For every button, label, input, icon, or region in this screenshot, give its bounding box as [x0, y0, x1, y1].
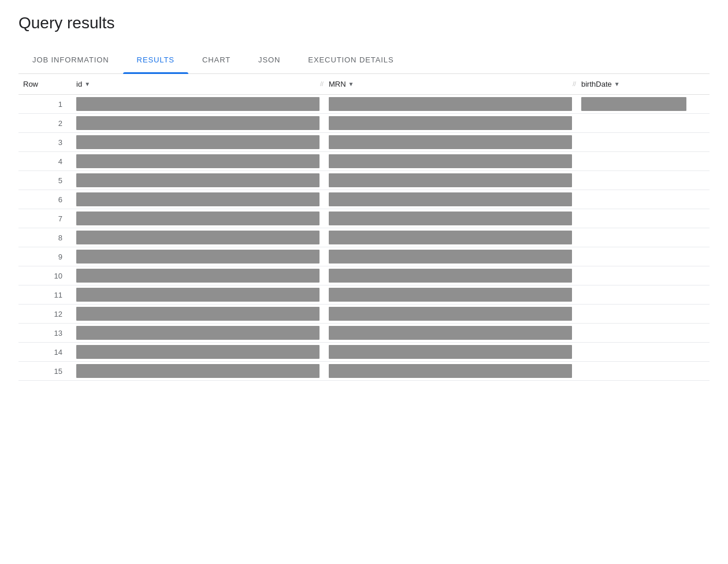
- row-number: 11: [18, 285, 72, 305]
- cell-id: [72, 171, 324, 190]
- row-number: 5: [18, 171, 72, 190]
- row-number: 3: [18, 133, 72, 152]
- table-row: 3: [18, 133, 710, 152]
- cell-mrn: [324, 114, 577, 133]
- table-row: 6: [18, 190, 710, 209]
- cell-mrn: [324, 133, 577, 152]
- col-header-row: Row: [18, 74, 72, 95]
- cell-birthdate: [577, 285, 710, 305]
- col-header-id[interactable]: id ▼ //: [72, 74, 324, 95]
- table-header-row: Row id ▼ // MRN ▼ //: [18, 74, 710, 95]
- cell-id: [72, 266, 324, 285]
- cell-mrn: [324, 362, 577, 381]
- table-row: 12: [18, 305, 710, 324]
- cell-birthdate: [577, 362, 710, 381]
- tab-execution-details[interactable]: EXECUTION DETAILS: [294, 46, 407, 73]
- cell-birthdate: [577, 343, 710, 362]
- col-header-birthdate[interactable]: birthDate ▼: [577, 74, 710, 95]
- row-number: 12: [18, 305, 72, 324]
- row-number: 8: [18, 228, 72, 247]
- cell-birthdate: [577, 133, 710, 152]
- tabs-bar: JOB INFORMATION RESULTS CHART JSON EXECU…: [18, 46, 710, 74]
- row-number: 6: [18, 190, 72, 209]
- cell-birthdate: [577, 324, 710, 343]
- mrn-resize-handle[interactable]: //: [572, 76, 577, 92]
- table-row: 1: [18, 95, 710, 114]
- table-row: 11: [18, 285, 710, 305]
- cell-birthdate: [577, 114, 710, 133]
- birthdate-dropdown-arrow[interactable]: ▼: [614, 81, 620, 87]
- cell-id: [72, 133, 324, 152]
- tab-chart[interactable]: CHART: [188, 46, 244, 73]
- table-row: 2: [18, 114, 710, 133]
- cell-mrn: [324, 95, 577, 114]
- cell-id: [72, 285, 324, 305]
- table-row: 13: [18, 324, 710, 343]
- table-row: 14: [18, 343, 710, 362]
- cell-mrn: [324, 285, 577, 305]
- row-number: 15: [18, 362, 72, 381]
- table-body: 123456789101112131415: [18, 95, 710, 381]
- row-number: 14: [18, 343, 72, 362]
- row-number: 9: [18, 247, 72, 266]
- table-row: 9: [18, 247, 710, 266]
- cell-id: [72, 228, 324, 247]
- cell-id: [72, 247, 324, 266]
- cell-birthdate: [577, 171, 710, 190]
- table-row: 15: [18, 362, 710, 381]
- cell-birthdate: [577, 152, 710, 171]
- col-header-mrn[interactable]: MRN ▼ //: [324, 74, 577, 95]
- tab-json[interactable]: JSON: [244, 46, 294, 73]
- cell-mrn: [324, 247, 577, 266]
- row-number: 10: [18, 266, 72, 285]
- cell-birthdate: [577, 266, 710, 285]
- cell-id: [72, 152, 324, 171]
- cell-mrn: [324, 266, 577, 285]
- tab-job-information[interactable]: JOB INFORMATION: [18, 46, 123, 73]
- cell-mrn: [324, 324, 577, 343]
- cell-id: [72, 209, 324, 228]
- table-row: 5: [18, 171, 710, 190]
- cell-id: [72, 190, 324, 209]
- table-row: 4: [18, 152, 710, 171]
- cell-id: [72, 343, 324, 362]
- results-table-container: Row id ▼ // MRN ▼ //: [18, 74, 710, 381]
- cell-id: [72, 305, 324, 324]
- page-container: Query results JOB INFORMATION RESULTS CH…: [0, 0, 728, 564]
- cell-birthdate: [577, 228, 710, 247]
- cell-birthdate: [577, 247, 710, 266]
- row-number: 7: [18, 209, 72, 228]
- cell-birthdate: [577, 190, 710, 209]
- row-number: 2: [18, 114, 72, 133]
- row-number: 13: [18, 324, 72, 343]
- row-number: 1: [18, 95, 72, 114]
- mrn-dropdown-arrow[interactable]: ▼: [348, 81, 354, 87]
- cell-birthdate: [577, 95, 710, 114]
- cell-mrn: [324, 209, 577, 228]
- cell-mrn: [324, 305, 577, 324]
- id-resize-handle[interactable]: //: [320, 76, 324, 92]
- cell-id: [72, 362, 324, 381]
- cell-mrn: [324, 343, 577, 362]
- table-row: 7: [18, 209, 710, 228]
- table-row: 8: [18, 228, 710, 247]
- row-number: 4: [18, 152, 72, 171]
- cell-mrn: [324, 152, 577, 171]
- cell-mrn: [324, 228, 577, 247]
- table-row: 10: [18, 266, 710, 285]
- id-dropdown-arrow[interactable]: ▼: [84, 81, 90, 87]
- cell-mrn: [324, 171, 577, 190]
- tab-results[interactable]: RESULTS: [123, 46, 188, 73]
- cell-id: [72, 114, 324, 133]
- cell-birthdate: [577, 209, 710, 228]
- results-table: Row id ▼ // MRN ▼ //: [18, 74, 710, 381]
- cell-id: [72, 95, 324, 114]
- cell-birthdate: [577, 305, 710, 324]
- cell-mrn: [324, 190, 577, 209]
- cell-id: [72, 324, 324, 343]
- page-title: Query results: [18, 14, 710, 32]
